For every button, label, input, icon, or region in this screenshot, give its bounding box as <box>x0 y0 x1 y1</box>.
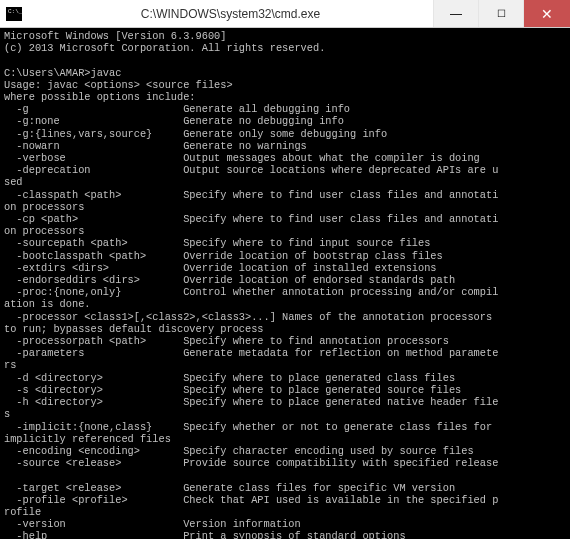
titlebar[interactable]: C:\WINDOWS\system32\cmd.exe — ☐ ✕ <box>0 0 570 28</box>
window-title: C:\WINDOWS\system32\cmd.exe <box>28 7 433 21</box>
minimize-icon: — <box>450 8 462 20</box>
cmd-icon <box>6 7 22 21</box>
window-buttons: — ☐ ✕ <box>433 0 570 27</box>
maximize-button[interactable]: ☐ <box>478 0 523 27</box>
close-icon: ✕ <box>541 7 553 21</box>
cmd-window: C:\WINDOWS\system32\cmd.exe — ☐ ✕ Micros… <box>0 0 570 539</box>
close-button[interactable]: ✕ <box>523 0 570 27</box>
terminal-content[interactable]: Microsoft Windows [Version 6.3.9600] (c)… <box>0 28 570 539</box>
maximize-icon: ☐ <box>497 9 506 19</box>
minimize-button[interactable]: — <box>433 0 478 27</box>
